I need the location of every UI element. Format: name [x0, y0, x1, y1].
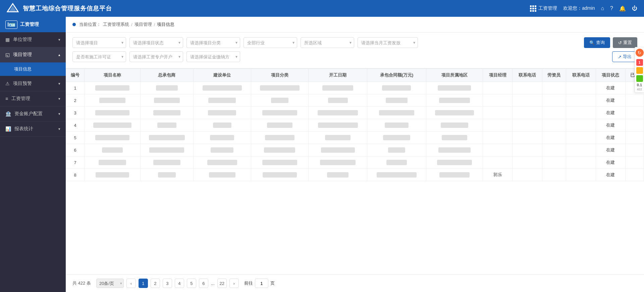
sidebar: I🪪 工资管理 ▦ 单位管理 ▾ ◱ 项目管理 ▴ 项目信息 ⚠ 项目预警 ▾ …	[0, 17, 66, 292]
col-status: 项目状态	[596, 69, 625, 82]
sidebar-header: I🪪 工资管理	[0, 17, 66, 32]
report-icon: 📊	[5, 126, 11, 132]
account-open-select[interactable]: 请选择工资专户开户	[129, 51, 183, 62]
query-button[interactable]: 🔍 查询	[584, 37, 610, 48]
sidebar-item-report[interactable]: 📊 报表统计 ▾	[0, 121, 66, 137]
category-select[interactable]: 请选择项目分类	[186, 37, 240, 48]
col-contractor: 总承包商	[140, 69, 193, 82]
export-label: 导出	[623, 54, 632, 60]
power-icon[interactable]: ⏻	[632, 5, 637, 11]
salary-icon: ≡	[5, 96, 8, 101]
module-label: 工资管理	[538, 5, 557, 11]
sidebar-item-unit[interactable]: ▦ 单位管理 ▾	[0, 32, 66, 47]
main-content: 当前位置： 工资管理系统 / 项目管理 / 项目信息 请选择项目 请选择项目状态	[66, 17, 644, 292]
col-no: 编号	[66, 69, 85, 82]
project-select-wrap: 请选择项目	[72, 37, 126, 48]
table-wrap[interactable]: 编号 项目名称 总承包商 建设单位 项目分类 开工日期 承包合同额(万元) 项目…	[66, 68, 644, 274]
filter-row-2: 是否有施工许可证 请选择工资专户开户 请选择保证金缴纳方 ↗ 导	[72, 51, 637, 62]
breadcrumb-item-2: 项目管理	[135, 21, 152, 28]
table-row: 5xxxxxx天...在建	[66, 132, 644, 144]
export-button-wrap: ↗ 导出	[612, 51, 637, 62]
page-btn-6[interactable]: 6	[199, 279, 208, 288]
area-select-wrap: 所选区域	[301, 37, 354, 48]
sidebar-item-label: 工资管理	[11, 96, 30, 102]
table-row: 3xxxxxxx在建	[66, 107, 644, 119]
module-switcher[interactable]: 工资管理	[530, 5, 557, 12]
chevron-up-icon: ▴	[58, 53, 60, 57]
page-prev-btn[interactable]: ‹	[126, 279, 136, 288]
status-select[interactable]: 请选择项目状态	[129, 37, 183, 48]
page-btn-4[interactable]: 4	[175, 279, 184, 288]
col-laborer: 劳资员	[542, 69, 566, 82]
reset-icon: ↺	[618, 40, 622, 45]
home-icon[interactable]: ⌂	[601, 5, 604, 11]
page-size-select[interactable]: 20条/页 50条/页 100条/页	[96, 279, 124, 288]
panel-num: 0.1	[637, 83, 642, 87]
help-icon[interactable]: ?	[610, 5, 613, 11]
reset-label: 重置	[623, 40, 632, 46]
page-btn-2[interactable]: 2	[151, 279, 160, 288]
table-row: 4x天津人建设...x市政工程xxx在建	[66, 119, 644, 132]
right-panel: ↻ 1 0.1 422	[635, 47, 644, 93]
page-size-wrap: 20条/页 50条/页 100条/页	[96, 279, 124, 288]
industry-select[interactable]: 全部行业	[244, 37, 297, 48]
project-select[interactable]: 请选择项目	[72, 37, 126, 48]
sidebar-header-icon: I🪪	[5, 20, 17, 29]
goto-label: 前往	[244, 280, 253, 286]
page-goto: 前往 页	[244, 279, 275, 288]
table-row: 1xxxxxxx在建	[66, 82, 644, 94]
goto-input[interactable]	[255, 279, 268, 288]
main-layout: I🪪 工资管理 ▦ 单位管理 ▾ ◱ 项目管理 ▴ 项目信息 ⚠ 项目预警 ▾ …	[0, 17, 644, 292]
breadcrumb-sep-1: /	[131, 22, 132, 27]
sidebar-item-project[interactable]: ◱ 项目管理 ▴	[0, 47, 66, 62]
header-left: 智慧工地综合管理服务信息平台	[7, 2, 112, 14]
project-table: 编号 项目名称 总承包商 建设单位 项目分类 开工日期 承包合同额(万元) 项目…	[66, 68, 644, 181]
breadcrumb-item-1: 工资管理系统	[103, 21, 129, 28]
chevron-down-icon: ▾	[58, 112, 60, 116]
alert-badge-orange	[636, 67, 643, 74]
col-laborer-tel: 联系电话	[566, 69, 596, 82]
page-next-btn[interactable]: ›	[229, 279, 239, 288]
bell-icon[interactable]: 🔔	[619, 5, 626, 12]
sidebar-item-project-info[interactable]: 项目信息	[0, 62, 66, 76]
table-row: 6xxxxxxx在建	[66, 144, 644, 156]
salary-date-select[interactable]: 请选择当月工资发放	[358, 37, 418, 48]
sidebar-header-label: 工资管理	[20, 21, 39, 28]
page-unit: 页	[270, 280, 275, 286]
page-btn-5[interactable]: 5	[187, 279, 196, 288]
table-row: 2F...xxxxxx在建	[66, 94, 644, 107]
breadcrumb: 当前位置： 工资管理系统 / 项目管理 / 项目信息	[66, 17, 644, 33]
warning-icon: ⚠	[5, 81, 10, 86]
page-ellipsis: ...	[211, 281, 215, 286]
area-select[interactable]: 所选区域	[301, 37, 354, 48]
deposit-select-wrap: 请选择保证金缴纳方	[186, 51, 240, 62]
page-btn-3[interactable]: 3	[163, 279, 172, 288]
sidebar-item-label: 资金账户配置	[14, 111, 43, 117]
col-amount: 承包合同额(万元)	[367, 69, 426, 82]
pagination: 共 422 条 20条/页 50条/页 100条/页 ‹ 1 2 3 4 5 6…	[66, 274, 644, 292]
sidebar-item-account[interactable]: 🏦 资金账户配置 ▾	[0, 106, 66, 121]
export-button[interactable]: ↗ 导出	[612, 51, 637, 62]
industry-select-wrap: 全部行业	[244, 37, 297, 48]
permit-select[interactable]: 是否有施工许可证	[72, 51, 126, 62]
unit-icon: ▦	[5, 37, 10, 42]
col-name: 项目名称	[85, 69, 141, 82]
deposit-select[interactable]: 请选择保证金缴纳方	[186, 51, 240, 62]
sidebar-item-label: 项目预警	[13, 81, 32, 87]
sidebar-item-salary[interactable]: ≡ 工资管理 ▾	[0, 91, 66, 106]
reload-icon[interactable]: ↻	[636, 49, 644, 57]
table-row: 8xxxxxxx郭乐在建	[66, 169, 644, 181]
sidebar-item-label: 项目管理	[13, 52, 32, 58]
status-select-wrap: 请选择项目状态	[129, 37, 183, 48]
table-row: 7xxxxxxx在建	[66, 156, 644, 169]
page-btn-22[interactable]: 22	[217, 279, 227, 288]
reset-button[interactable]: ↺ 重置	[613, 37, 637, 48]
sidebar-item-label: 报表统计	[14, 126, 33, 132]
header-right: 工资管理 欢迎您：admin ⌂ ? 🔔 ⏻	[530, 5, 637, 12]
col-manager: 项目经理	[483, 69, 513, 82]
col-area: 项目所属地区	[426, 69, 483, 82]
col-category: 项目分类	[251, 69, 309, 82]
page-btn-1[interactable]: 1	[139, 279, 148, 288]
sidebar-item-warning[interactable]: ⚠ 项目预警 ▾	[0, 76, 66, 91]
permit-select-wrap: 是否有施工许可证	[72, 51, 126, 62]
